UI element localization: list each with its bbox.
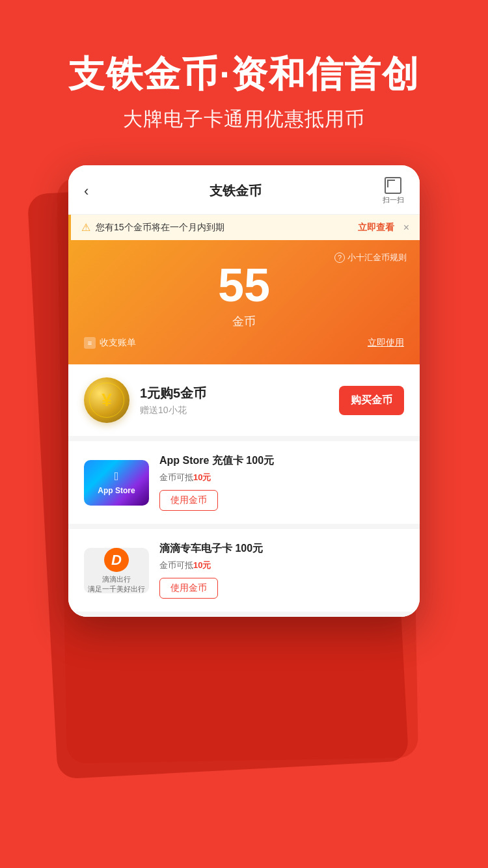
didi-discount-amount: 10元 (193, 560, 211, 570)
navigation-bar: ‹ 支铁金币 扫一扫 (68, 165, 420, 215)
coin-rules-label: 小十汇金币规则 (347, 252, 407, 264)
appstore-card-info: App Store 充值卡 100元 金币可抵10元 使用金币 (159, 454, 404, 511)
coin-label: 金币 (84, 314, 404, 329)
hero-title: 支铁金币·资和信首创 (26, 52, 462, 96)
didi-card-discount: 金币可抵10元 (159, 560, 404, 571)
bill-icon: ≡ (84, 337, 96, 349)
notification-link[interactable]: 立即查看 (358, 222, 394, 234)
didi-thumbnail: D 滴滴出行满足一千美好出行 (84, 548, 149, 593)
didi-logo: D (104, 548, 129, 572)
didi-d-icon: D (111, 552, 122, 569)
buy-coins-subtitle: 赠送10小花 (140, 405, 329, 416)
appstore-use-coins-button[interactable]: 使用金币 (159, 490, 218, 511)
appstore-text: App Store (98, 486, 135, 495)
hero-subtitle: 大牌电子卡通用优惠抵用币 (26, 106, 462, 133)
appstore-card-item:  App Store App Store 充值卡 100元 金币可抵10元 使… (68, 441, 420, 529)
appstore-card-discount: 金币可抵10元 (159, 472, 404, 483)
appstore-logo:  (115, 470, 119, 483)
appstore-discount-amount: 10元 (193, 472, 211, 482)
coin-image (84, 377, 129, 423)
coin-actions: ≡ 收支账单 立即使用 (84, 337, 404, 349)
coin-rules-link[interactable]: ? 小十汇金币规则 (334, 252, 407, 264)
notification-text: 您有15个金币将在一个月内到期 (96, 222, 353, 234)
bill-label: 收支账单 (100, 337, 136, 349)
didi-card-title: 滴滴专车电子卡 100元 (159, 542, 404, 556)
appstore-card-title: App Store 充值卡 100元 (159, 454, 404, 468)
appstore-card-bg:  App Store (84, 460, 149, 506)
didi-use-coins-button[interactable]: 使用金币 (159, 578, 218, 599)
coin-section: ? 小十汇金币规则 55 金币 ≡ 收支账单 立即使用 (68, 240, 420, 364)
buy-coins-section: 1元购5金币 赠送10小花 购买金币 (68, 364, 420, 441)
notification-banner: ⚠ 您有15个金币将在一个月内到期 立即查看 × (68, 215, 420, 240)
phone-frame: ‹ 支铁金币 扫一扫 ⚠ 您有15个金币将在一个月内到期 立即查看 × ? 小十… (68, 165, 420, 617)
coin-amount: 55 (84, 260, 404, 311)
scan-icon (385, 177, 401, 194)
hero-section: 支铁金币·资和信首创 大牌电子卡通用优惠抵用币 (0, 0, 488, 165)
didi-card-bg: D 滴滴出行满足一千美好出行 (84, 548, 149, 593)
apple-icon:  (115, 470, 119, 483)
notification-close[interactable]: × (403, 222, 409, 234)
appstore-discount-text: 金币可抵 (159, 472, 193, 482)
didi-card-item: D 滴滴出行满足一千美好出行 滴滴专车电子卡 100元 金币可抵10元 使用金币 (68, 529, 420, 617)
buy-coins-title: 1元购5金币 (140, 385, 329, 402)
alert-icon: ⚠ (81, 221, 90, 234)
didi-name-text: 滴滴出行满足一千美好出行 (88, 575, 145, 593)
didi-discount-text: 金币可抵 (159, 560, 193, 570)
use-now-link[interactable]: 立即使用 (368, 337, 404, 349)
scan-label: 扫一扫 (383, 195, 404, 205)
phone-container: ‹ 支铁金币 扫一扫 ⚠ 您有15个金币将在一个月内到期 立即查看 × ? 小十… (55, 165, 433, 617)
appstore-thumbnail:  App Store (84, 460, 149, 506)
nav-title: 支铁金币 (210, 182, 262, 200)
buy-coins-info: 1元购5金币 赠送10小花 (140, 385, 329, 416)
scan-button[interactable]: 扫一扫 (383, 177, 404, 205)
buy-coins-button[interactable]: 购买金币 (339, 386, 404, 415)
info-icon: ? (334, 252, 345, 263)
back-button[interactable]: ‹ (84, 183, 88, 200)
didi-card-info: 滴滴专车电子卡 100元 金币可抵10元 使用金币 (159, 542, 404, 599)
coin-bill-link[interactable]: ≡ 收支账单 (84, 337, 136, 349)
